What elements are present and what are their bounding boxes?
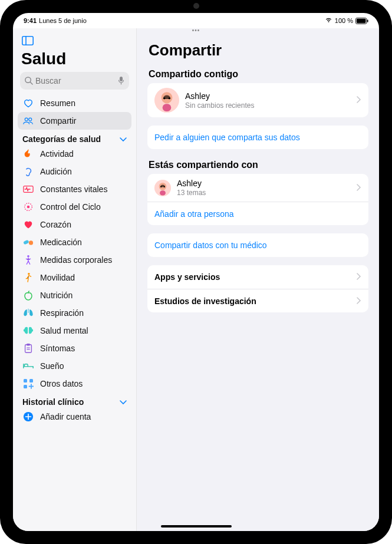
- status-bar: 9:41 Lunes 5 de junio 100 %: [13, 13, 379, 28]
- contact-name: Ashley: [177, 179, 351, 188]
- sidebar-item-label: Otros datos: [40, 379, 83, 388]
- share-with-doctor-button[interactable]: Compartir datos con tu médico: [147, 233, 368, 257]
- ask-to-share-button[interactable]: Pedir a alguien que comparta sus datos: [147, 126, 368, 149]
- sidebar-item-label: Control del Ciclo: [40, 202, 101, 212]
- svg-point-15: [27, 255, 29, 258]
- sidebar-toggle-button[interactable]: [20, 33, 35, 48]
- sidebar-item-other[interactable]: Otros datos: [18, 375, 131, 393]
- wifi-icon: [325, 17, 332, 24]
- sidebar-item-vitals[interactable]: Constantes vitales: [18, 180, 131, 198]
- battery-icon: [355, 18, 368, 24]
- svg-rect-2: [367, 19, 368, 22]
- section-header-label: Historial clínico: [22, 397, 84, 407]
- chevron-down-icon: [120, 397, 127, 407]
- svg-rect-13: [23, 240, 29, 245]
- chevron-right-icon: [357, 272, 361, 282]
- status-time: 9:41: [24, 17, 37, 24]
- sidebar-item-label: Audición: [40, 167, 72, 176]
- apps-and-services-row[interactable]: Apps y servicios: [147, 265, 368, 289]
- contact-detail: 13 temas: [177, 189, 351, 197]
- svg-rect-18: [27, 344, 29, 346]
- svg-rect-29: [163, 104, 172, 111]
- body-icon: [22, 254, 34, 266]
- people-icon: [22, 115, 34, 127]
- sidebar-item-label: Actividad: [40, 149, 74, 159]
- search-field[interactable]: [20, 72, 129, 90]
- sidebar-item-label: Movilidad: [40, 273, 75, 282]
- sidebar-item-add-account[interactable]: Añadir cuenta: [18, 408, 131, 426]
- link-label: Añadir a otra persona: [154, 209, 361, 219]
- sidebar-item-label: Sueño: [40, 361, 64, 371]
- app-title: Salud: [18, 50, 131, 72]
- avatar: [154, 180, 171, 196]
- sharing-contact-row[interactable]: Ashley 13 temas: [147, 174, 368, 202]
- heart-icon: [22, 219, 34, 230]
- ear-icon: [22, 166, 34, 177]
- flame-icon: [22, 148, 34, 160]
- sidebar-section-records[interactable]: Historial clínico: [18, 393, 131, 408]
- sidebar-item-hearing[interactable]: Audición: [18, 163, 131, 180]
- sidebar-item-symptoms[interactable]: Síntomas: [18, 339, 131, 357]
- svg-rect-17: [25, 345, 32, 353]
- sidebar-item-medication[interactable]: Medicación: [18, 233, 131, 251]
- sidebar-item-label: Medidas corporales: [40, 255, 112, 265]
- sidebar-item-nutrition[interactable]: Nutrición: [18, 286, 131, 304]
- search-icon: [24, 76, 33, 87]
- mic-icon[interactable]: [117, 76, 125, 88]
- search-input[interactable]: [20, 72, 129, 90]
- avatar: [154, 88, 179, 113]
- sidebar-item-label: Nutrición: [40, 291, 73, 300]
- svg-rect-23: [24, 385, 27, 388]
- shared-contact-row[interactable]: Ashley Sin cambios recientes: [147, 83, 368, 117]
- multitask-dots[interactable]: •••: [192, 27, 200, 34]
- svg-point-33: [164, 186, 165, 187]
- svg-rect-1: [357, 18, 366, 22]
- svg-rect-34: [160, 190, 166, 195]
- home-indicator[interactable]: [161, 525, 232, 527]
- svg-rect-22: [29, 379, 33, 383]
- svg-point-8: [25, 118, 28, 121]
- sidebar-item-respiratory[interactable]: Respiración: [18, 304, 131, 322]
- main-content: Compartir Compartido contigo Ashley Sin …: [137, 28, 379, 531]
- brain-icon: [22, 325, 34, 337]
- chevron-right-icon: [357, 95, 361, 105]
- sidebar-item-share[interactable]: Compartir: [18, 112, 131, 130]
- cycle-icon: [22, 201, 34, 213]
- sidebar-item-cycle[interactable]: Control del Ciclo: [18, 198, 131, 216]
- plus-grid-icon: [22, 378, 34, 390]
- sidebar-section-categories[interactable]: Categorías de salud: [18, 130, 131, 145]
- contact-name: Ashley: [185, 91, 351, 101]
- sidebar-item-label: Corazón: [40, 220, 71, 229]
- research-studies-row[interactable]: Estudios de investigación: [147, 289, 368, 312]
- sidebar-item-label: Salud mental: [40, 326, 88, 335]
- sidebar-item-activity[interactable]: Actividad: [18, 145, 131, 163]
- svg-point-12: [27, 206, 30, 209]
- svg-point-28: [169, 97, 170, 99]
- sidebar-item-label: Medicación: [40, 238, 82, 247]
- lungs-icon: [22, 307, 34, 319]
- svg-point-14: [29, 240, 33, 245]
- sidebar-item-body[interactable]: Medidas corporales: [18, 251, 131, 269]
- sidebar-item-mobility[interactable]: Movilidad: [18, 269, 131, 286]
- link-label: Pedir a alguien que comparta sus datos: [154, 133, 361, 142]
- apple-icon: [22, 289, 34, 301]
- sidebar-item-summary[interactable]: Resumen: [18, 94, 131, 112]
- chevron-down-icon: [120, 134, 127, 144]
- vitals-icon: [22, 183, 34, 195]
- svg-point-16: [28, 273, 30, 275]
- sidebar-item-label: Añadir cuenta: [40, 412, 91, 421]
- add-person-button[interactable]: Añadir a otra persona: [147, 202, 368, 225]
- page-title: Compartir: [147, 28, 368, 67]
- sidebar-item-sleep[interactable]: Sueño: [18, 357, 131, 375]
- row-label: Apps y servicios: [154, 272, 351, 282]
- row-label: Estudios de investigación: [154, 296, 351, 306]
- sidebar-item-heart[interactable]: Corazón: [18, 216, 131, 233]
- mobility-icon: [22, 272, 34, 283]
- sidebar-item-mental[interactable]: Salud mental: [18, 322, 131, 339]
- status-date: Lunes 5 de junio: [39, 17, 87, 24]
- sidebar-item-label: Resumen: [40, 98, 75, 108]
- section-header-label: Categorías de salud: [22, 134, 101, 144]
- svg-point-9: [29, 118, 32, 121]
- heart-outline-icon: [22, 97, 34, 109]
- sidebar-item-label: Respiración: [40, 308, 84, 318]
